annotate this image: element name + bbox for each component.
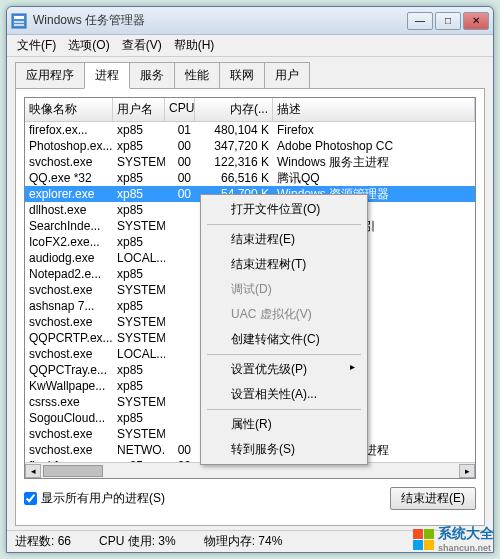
cell-name: QQPCRTP.ex... (25, 330, 113, 346)
cell-cpu (165, 266, 195, 282)
cell-name: svchost.exe (25, 154, 113, 170)
context-menu-item[interactable]: 创建转储文件(C) (203, 327, 365, 352)
show-all-users-checkbox[interactable]: 显示所有用户的进程(S) (24, 490, 165, 507)
cell-name: Photoshop.ex... (25, 138, 113, 154)
svg-rect-2 (14, 21, 24, 23)
status-process-count: 进程数: 66 (15, 533, 71, 550)
cell-name: ashsnap 7... (25, 298, 113, 314)
table-row[interactable]: svchost.exeSYSTEM00122,316 KWindows 服务主进… (25, 154, 475, 170)
status-cpu-usage: CPU 使用: 3% (99, 533, 176, 550)
watermark-logo-icon (413, 529, 434, 550)
cell-name: KwWallpape... (25, 378, 113, 394)
cell-mem: 480,104 K (195, 122, 273, 138)
cell-name: svchost.exe (25, 346, 113, 362)
scroll-right-button[interactable]: ▸ (459, 464, 475, 478)
cell-name: csrss.exe (25, 394, 113, 410)
cell-cpu (165, 378, 195, 394)
context-menu-item[interactable]: 设置相关性(A)... (203, 382, 365, 407)
end-process-button[interactable]: 结束进程(E) (390, 487, 476, 510)
cell-user: xp85 (113, 138, 165, 154)
tab-strip: 应用程序 进程 服务 性能 联网 用户 (7, 57, 493, 88)
table-row[interactable]: QQ.exe *32xp850066,516 K腾讯QQ (25, 170, 475, 186)
svg-rect-1 (14, 16, 24, 19)
cell-user: SYSTEM (113, 218, 165, 234)
scroll-left-button[interactable]: ◂ (25, 464, 41, 478)
context-menu-item[interactable]: 打开文件位置(O) (203, 197, 365, 222)
titlebar[interactable]: Windows 任务管理器 — □ ✕ (7, 7, 493, 35)
cell-user: xp85 (113, 186, 165, 202)
list-header[interactable]: 映像名称 用户名 CPU 内存(... 描述 (25, 98, 475, 122)
tab-users[interactable]: 用户 (264, 62, 310, 89)
svg-rect-3 (14, 24, 24, 26)
watermark-text: 系统大全 (438, 525, 494, 541)
menu-view[interactable]: 查看(V) (116, 35, 168, 56)
menu-options[interactable]: 选项(O) (62, 35, 115, 56)
watermark: 系统大全 shancun.net (413, 525, 494, 553)
cell-name: svchost.exe (25, 314, 113, 330)
bottom-controls: 显示所有用户的进程(S) 结束进程(E) (24, 487, 476, 510)
tab-networking[interactable]: 联网 (219, 62, 265, 89)
cell-cpu (165, 330, 195, 346)
cell-cpu: 00 (165, 170, 195, 186)
cell-name: svchost.exe (25, 282, 113, 298)
cell-desc: 腾讯QQ (273, 170, 475, 186)
cell-name: IcoFX2.exe... (25, 234, 113, 250)
cell-cpu: 01 (165, 122, 195, 138)
cell-user: xp85 (113, 410, 165, 426)
col-header-user[interactable]: 用户名 (113, 98, 165, 121)
context-menu-separator (207, 409, 361, 410)
context-menu-separator (207, 224, 361, 225)
cell-cpu: 00 (165, 442, 195, 458)
cell-cpu (165, 362, 195, 378)
cell-cpu (165, 218, 195, 234)
minimize-button[interactable]: — (407, 12, 433, 30)
cell-user: SYSTEM (113, 314, 165, 330)
cell-user: SYSTEM (113, 154, 165, 170)
context-menu[interactable]: 打开文件位置(O)结束进程(E)结束进程树(T)调试(D)UAC 虚拟化(V)创… (200, 194, 368, 465)
cell-user: xp85 (113, 298, 165, 314)
watermark-subtext: shancun.net (438, 543, 494, 553)
cell-name: firefox.ex... (25, 122, 113, 138)
context-menu-item[interactable]: 设置优先级(P) (203, 357, 365, 382)
cell-user: SYSTEM (113, 282, 165, 298)
cell-user: SYSTEM (113, 330, 165, 346)
window-controls: — □ ✕ (407, 12, 489, 30)
col-header-cpu[interactable]: CPU (165, 98, 195, 121)
cell-user: xp85 (113, 378, 165, 394)
table-row[interactable]: Photoshop.ex...xp8500347,720 KAdobe Phot… (25, 138, 475, 154)
cell-user: xp85 (113, 362, 165, 378)
cell-name: SearchInde... (25, 218, 113, 234)
menu-help[interactable]: 帮助(H) (168, 35, 221, 56)
cell-cpu: 00 (165, 138, 195, 154)
tab-processes[interactable]: 进程 (84, 62, 130, 89)
show-all-users-label: 显示所有用户的进程(S) (41, 490, 165, 507)
app-icon (11, 13, 27, 29)
context-menu-item: 调试(D) (203, 277, 365, 302)
maximize-button[interactable]: □ (435, 12, 461, 30)
cell-cpu (165, 394, 195, 410)
context-menu-item[interactable]: 属性(R) (203, 412, 365, 437)
cell-cpu (165, 250, 195, 266)
cell-name: Notepad2.e... (25, 266, 113, 282)
cell-desc: Firefox (273, 122, 475, 138)
context-menu-item[interactable]: 转到服务(S) (203, 437, 365, 462)
cell-user: SYSTEM (113, 394, 165, 410)
context-menu-separator (207, 354, 361, 355)
show-all-users-input[interactable] (24, 492, 37, 505)
cell-cpu (165, 282, 195, 298)
col-header-name[interactable]: 映像名称 (25, 98, 113, 121)
context-menu-item[interactable]: 结束进程(E) (203, 227, 365, 252)
tab-applications[interactable]: 应用程序 (15, 62, 85, 89)
col-header-memory[interactable]: 内存(... (195, 98, 273, 121)
scroll-thumb[interactable] (43, 465, 103, 477)
close-button[interactable]: ✕ (463, 12, 489, 30)
table-row[interactable]: firefox.ex...xp8501480,104 KFirefox (25, 122, 475, 138)
cell-name: dllhost.exe (25, 202, 113, 218)
tab-performance[interactable]: 性能 (174, 62, 220, 89)
context-menu-item[interactable]: 结束进程树(T) (203, 252, 365, 277)
col-header-description[interactable]: 描述 (273, 98, 475, 121)
cell-cpu (165, 234, 195, 250)
tab-services[interactable]: 服务 (129, 62, 175, 89)
cell-cpu (165, 426, 195, 442)
menu-file[interactable]: 文件(F) (11, 35, 62, 56)
